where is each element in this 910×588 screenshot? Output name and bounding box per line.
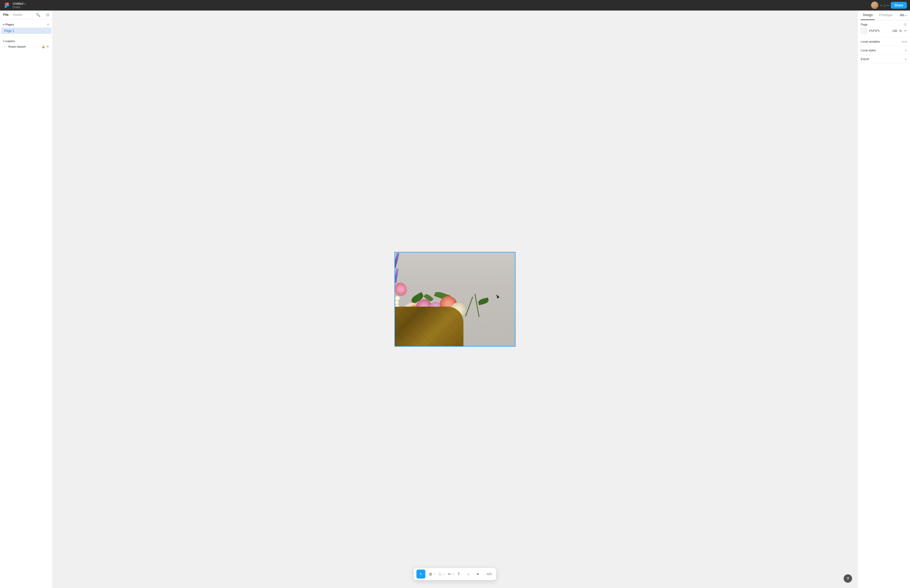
pages-section: ▾ Pages + Page 1 [0, 19, 52, 36]
shape-tool[interactable]: □ [435, 570, 444, 578]
code-icon: </> [487, 572, 491, 576]
frame-caret: ▾ [434, 573, 435, 575]
flower-image [395, 252, 515, 346]
components-icon: ✦ [476, 572, 480, 576]
local-styles-add-icon[interactable]: + [905, 48, 907, 52]
stem-1 [465, 297, 473, 317]
pages-section-header[interactable]: ▾ Pages + [0, 21, 52, 27]
color-input-row: F5F5F5 100 % 👁 [861, 27, 907, 35]
zoom-row: 9% ▾ [900, 11, 907, 20]
select-tool[interactable]: ↖ [417, 570, 425, 578]
file-chevron: ▾ [24, 2, 26, 5]
pages-section-title: ▾ Pages [3, 23, 14, 26]
panel-tabs: File Assets 🔍 ⊡ [0, 11, 52, 19]
image-icon: ⬚ [3, 45, 7, 48]
layers-toggle-icon: ▾ [3, 40, 5, 43]
lavender-1 [395, 252, 400, 268]
canvas[interactable]: ↖ ▾ ⊞ ▾ □ ▾ ✏ ▾ [53, 11, 857, 588]
text-tool[interactable]: T [454, 570, 464, 578]
export-add-icon[interactable]: + [905, 57, 907, 61]
play-chevron: ▾ [887, 4, 889, 7]
basket [395, 307, 464, 346]
layer-label: flower-basket [8, 45, 40, 48]
local-variables-header[interactable]: Local variables ⟺ [861, 39, 907, 44]
bottom-toolbar: ↖ ▾ ⊞ ▾ □ ▾ ✏ ▾ [414, 568, 496, 580]
search-icon[interactable]: 🔍 [36, 13, 40, 17]
avatar-image [871, 2, 878, 9]
visibility-icon[interactable]: 👁 [46, 45, 49, 48]
local-variables-icon[interactable]: ⟺ [902, 39, 907, 44]
pen-tool[interactable]: ✏ [445, 570, 454, 578]
figma-logo[interactable] [3, 2, 11, 9]
toolbar-divider [483, 572, 484, 577]
right-panel: Design Prototype 9% ▾ Page ⊙ F5F5F5 100 … [857, 11, 910, 588]
daisy-2 [395, 300, 399, 304]
play-icon: ▷ [884, 3, 887, 7]
page-section-header[interactable]: Page ⊙ [861, 23, 907, 27]
export-header[interactable]: Export + [861, 57, 907, 61]
select-tool-group: ↖ ▾ [417, 570, 425, 578]
help-button[interactable]: ? [844, 574, 852, 583]
export-section: Export + [858, 55, 910, 63]
image-frame[interactable] [394, 252, 516, 347]
frame-tool-group: ⊞ ▾ [426, 570, 435, 578]
color-swatch[interactable] [861, 27, 867, 34]
right-panel-tabs: Design Prototype 9% ▾ [858, 11, 910, 20]
zoom-dropdown[interactable]: ▾ [905, 14, 907, 17]
pen-icon: ✏ [448, 572, 451, 576]
layers-section: ▾ Layers ⬚ flower-basket 🔒 👁 [0, 36, 52, 588]
tab-file[interactable]: File [3, 13, 9, 17]
local-styles-header[interactable]: Local styles + [861, 48, 907, 52]
cursor [496, 294, 499, 299]
opacity-eye-icon[interactable]: 👁 [904, 29, 907, 32]
pen-tool-group: ✏ ▾ [445, 570, 454, 578]
top-bar-left: Untitled ▾ Drafts [3, 2, 26, 9]
shape-caret: ▾ [443, 573, 444, 575]
components-tool[interactable]: ✦ [474, 570, 482, 578]
zoom-value: 9% [900, 13, 905, 17]
layers-section-title: ▾ Layers [3, 39, 15, 43]
add-page-icon[interactable]: + [47, 23, 49, 27]
page-section-title: Page [861, 23, 868, 26]
stem-2 [475, 294, 480, 317]
export-title: Export [861, 57, 869, 61]
top-bar: Untitled ▾ Drafts ▾ ▷ ▾ Share [0, 0, 910, 11]
frame-tool[interactable]: ⊞ [426, 570, 435, 578]
file-title[interactable]: Untitled ▾ [13, 2, 26, 5]
pen-caret: ▾ [453, 573, 454, 575]
local-variables-section: Local variables ⟺ [858, 37, 910, 46]
shape-icon: □ [439, 572, 441, 576]
share-button[interactable]: Share [891, 2, 907, 9]
tab-prototype[interactable]: Prototype [877, 11, 894, 20]
code-tool[interactable]: </> [485, 570, 494, 578]
avatar[interactable] [871, 2, 878, 9]
select-caret: ▾ [425, 573, 425, 575]
opacity-value[interactable]: 100 [892, 29, 897, 32]
page-section: Page ⊙ F5F5F5 100 % 👁 [858, 20, 910, 37]
page-item-1[interactable]: Page 1 [1, 27, 51, 34]
text-icon: T [457, 572, 460, 576]
opacity-unit: % [899, 29, 902, 32]
ellipse-tool[interactable]: ○ [464, 570, 473, 578]
color-hex-value[interactable]: F5F5F5 [869, 29, 880, 32]
pink-cluster [395, 283, 407, 296]
layer-actions: 🔒 👁 [42, 45, 49, 48]
lock-icon[interactable]: 🔒 [42, 45, 45, 48]
layer-item-flower-basket[interactable]: ⬚ flower-basket 🔒 👁 [0, 44, 52, 50]
top-bar-right: ▾ ▷ ▾ Share [871, 2, 907, 9]
layout-toggle-icon[interactable]: ⊡ [46, 13, 49, 17]
page-settings-icon[interactable]: ⊙ [904, 23, 907, 27]
frame-icon: ⊞ [429, 572, 432, 576]
tab-design[interactable]: Design [861, 11, 875, 20]
avatar-chevron: ▾ [881, 4, 882, 7]
layers-section-header[interactable]: ▾ Layers [0, 39, 52, 44]
left-panel: File Assets 🔍 ⊡ ▾ Pages + Page 1 ▾ Layer [0, 11, 53, 588]
play-button[interactable]: ▷ ▾ [884, 3, 889, 7]
select-icon: ↖ [419, 572, 423, 576]
local-styles-title: Local styles [861, 49, 876, 52]
ellipse-icon: ○ [467, 572, 469, 576]
file-subtitle: Drafts [13, 5, 26, 9]
main-layout: File Assets 🔍 ⊡ ▾ Pages + Page 1 ▾ Layer [0, 11, 910, 588]
file-name: Untitled [13, 2, 23, 5]
tab-assets[interactable]: Assets [13, 13, 23, 17]
